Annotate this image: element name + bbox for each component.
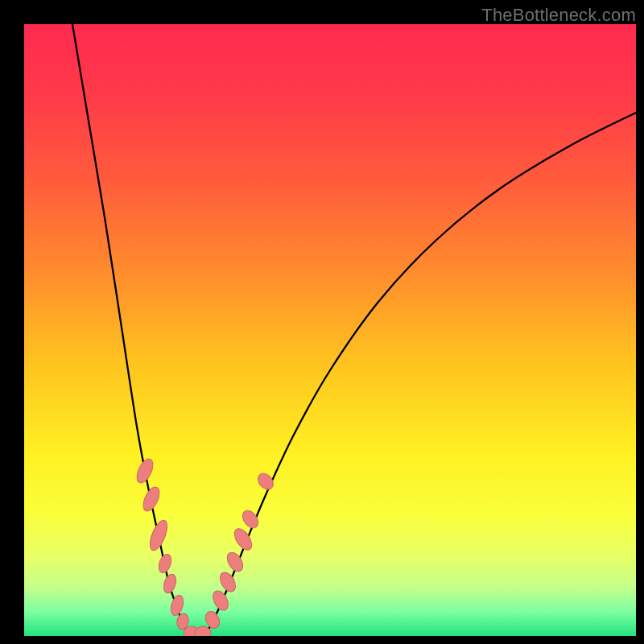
plot-area: [24, 24, 636, 636]
chart-frame: TheBottleneck.com: [0, 0, 644, 644]
data-marker: [255, 470, 276, 492]
curve-left: [72, 24, 192, 634]
data-marker: [210, 588, 231, 613]
curve-layer: [24, 24, 636, 636]
data-marker: [224, 550, 246, 575]
curve-right: [204, 113, 636, 634]
data-marker: [134, 456, 156, 485]
data-marker: [195, 626, 211, 636]
data-marker: [147, 518, 171, 552]
data-marker: [217, 570, 239, 595]
data-marker: [156, 552, 173, 574]
data-marker: [162, 572, 179, 594]
data-marker: [140, 485, 163, 514]
data-markers: [134, 456, 276, 636]
watermark-text: TheBottleneck.com: [481, 5, 636, 26]
